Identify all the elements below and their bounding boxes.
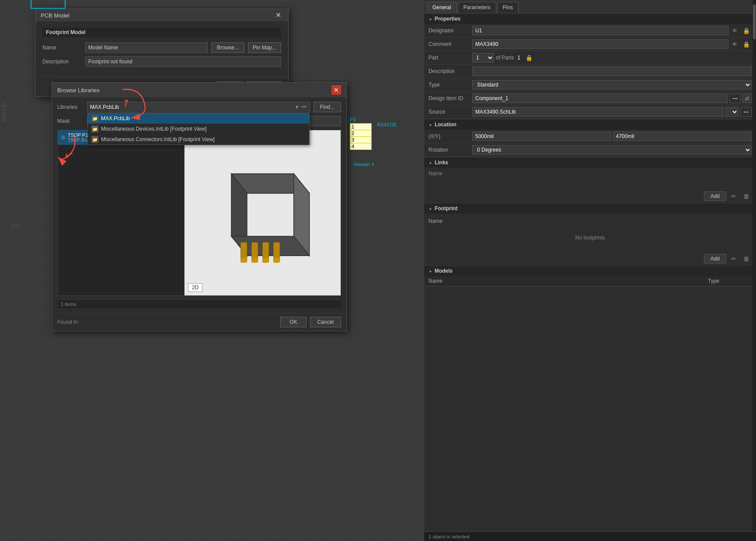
part-select[interactable]: 1 — [472, 53, 494, 62]
browse-mask-label: Mask — [57, 118, 84, 124]
pcb-model-close-btn[interactable]: ✕ — [274, 12, 283, 19]
pcb-model-pin-map-btn[interactable]: Pin Map... — [248, 42, 281, 53]
design-item-id-value: ••• ⇄ — [472, 94, 752, 103]
xy-value — [472, 132, 752, 141]
designator-eye-btn[interactable]: 👁 — [730, 27, 739, 35]
browse-library-item-conn-label: Miscellaneous Connectors.IntLib [Footpri… — [101, 136, 215, 142]
xy-label: (X/Y) — [429, 133, 472, 139]
pcb-model-name-input[interactable] — [85, 42, 208, 53]
source-input[interactable] — [472, 107, 724, 117]
models-section: Models Name Type — [424, 266, 756, 287]
waibu-label: 外部3.3V — [1, 102, 8, 121]
comment-label: Comment — [429, 41, 472, 47]
rs422-label: RS422信 — [377, 121, 397, 128]
design-item-id-input[interactable] — [472, 94, 728, 103]
browse-left-list: ⊞ TSOP P127P600X150-MAX.PcbLib TSOP, 8-L… — [57, 130, 184, 296]
designator-input[interactable] — [472, 26, 728, 35]
tab-general[interactable]: General — [427, 2, 457, 13]
browse-footer: Found in: OK Cancel — [52, 313, 346, 331]
properties-section: Properties Designator 👁 🔒 Comment 👁 🔒 — [424, 14, 756, 119]
rotation-value: 0 Degrees — [472, 145, 752, 155]
x-input[interactable] — [472, 132, 611, 141]
browse-library-icons: ▼ ••• — [294, 104, 307, 110]
rotation-row: Rotation 0 Degrees — [424, 143, 756, 157]
comment-input[interactable] — [472, 39, 728, 49]
type-select[interactable]: Standard — [472, 80, 752, 90]
comment-lock-btn[interactable]: 🔒 — [741, 40, 752, 49]
lib-icon-3: 📁 — [91, 136, 98, 143]
browse-library-item-max[interactable]: 📁 MAX.PcbLib — [88, 113, 309, 124]
footprint-add-btn[interactable]: Add — [704, 254, 726, 264]
p3-pin-1: 1 — [350, 124, 371, 130]
designator-row: Designator 👁 🔒 — [424, 24, 756, 38]
browse-libraries-close-btn[interactable]: ✕ — [331, 85, 341, 95]
y-input[interactable] — [613, 132, 752, 141]
browse-libraries-title-bar[interactable]: Browse Libraries ✕ — [52, 83, 346, 97]
description-input[interactable] — [472, 66, 752, 76]
right-panel: General Parameters Pins Properties Desig… — [424, 0, 756, 541]
location-section: Location (X/Y) Rotation 0 Degrees — [424, 119, 756, 157]
status-text: 1 object is selected — [429, 534, 470, 539]
p3-pin-2: 2 — [350, 130, 371, 137]
part-lock-btn[interactable]: 🔒 — [524, 54, 534, 62]
pcb-model-title-bar[interactable]: PCB Model ✕ — [35, 9, 288, 21]
p3-pin-3: 3 — [350, 137, 371, 143]
tab-pins[interactable]: Pins — [497, 2, 519, 13]
panel-tabs: General Parameters Pins — [424, 0, 756, 14]
type-row: Type Standard — [424, 78, 756, 92]
browse-cancel-btn[interactable]: Cancel — [310, 317, 341, 327]
pcb-model-name-label: Name — [42, 45, 82, 51]
browse-libraries-dropdown[interactable]: MAX.PcbLib ▼ ••• 📁 MAX.PcbLib 📁 Mis — [87, 102, 310, 112]
location-section-header: Location — [424, 119, 756, 130]
p3-box: 1 2 3 4 — [350, 123, 372, 150]
p3-component[interactable]: P3 1 2 3 4 — [350, 117, 372, 150]
links-add-btn[interactable]: Add — [704, 191, 726, 201]
links-edit-btn[interactable]: ✏ — [729, 191, 739, 201]
browse-items-count: 1 items — [57, 299, 341, 309]
panel-scrollbar-thumb — [753, 4, 756, 39]
footprint-name-area: Name No footprints — [424, 214, 756, 252]
pcb-model-body: Footprint Model Name Browse... Pin Map..… — [35, 21, 288, 76]
footprint-section-header: Footprint — [424, 203, 756, 214]
design-item-id-arrows: ⇄ — [742, 94, 752, 103]
of-parts-label: of Parts — [496, 55, 514, 61]
part-label: Part — [429, 55, 472, 61]
description-value — [472, 66, 752, 76]
pcb-model-browse-btn[interactable]: Browse... — [211, 42, 244, 53]
source-lib-select[interactable] — [725, 107, 739, 117]
design-item-id-arrow-btn[interactable]: ⇄ — [742, 94, 752, 103]
design-item-id-row: Design Item ID ••• ⇄ — [424, 92, 756, 105]
footprint-name-label: Name — [429, 216, 752, 226]
models-col-name-header: Name — [429, 278, 708, 284]
footprint-edit-btn[interactable]: ✏ — [729, 254, 739, 264]
designator-value: 👁 🔒 — [472, 26, 752, 35]
browse-libraries-row: Libraries MAX.PcbLib ▼ ••• 📁 MAX.PcbLib — [57, 102, 341, 112]
browse-ok-btn[interactable]: OK — [280, 317, 306, 327]
description-row: Description — [424, 65, 756, 78]
panel-scrollbar[interactable] — [753, 0, 756, 541]
canvas-area: TTL 外部3.3V P3 1 2 3 4 RS422信 Header 4 PC… — [0, 0, 424, 541]
browse-find-btn[interactable]: Find... — [314, 102, 341, 112]
browse-library-item-misc-devices[interactable]: 📁 Miscellaneous Devices.IntLib [Footprin… — [88, 124, 309, 134]
browse-library-item-misc-conn[interactable]: 📁 Miscellaneous Connectors.IntLib [Footp… — [88, 134, 309, 145]
status-bar: 1 object is selected — [424, 531, 756, 541]
browse-2d-view-btn[interactable]: 2D — [188, 283, 202, 292]
source-ellipsis-btn[interactable]: ••• — [740, 107, 752, 117]
rotation-select[interactable]: 0 Degrees — [472, 145, 752, 155]
comment-eye-btn[interactable]: 👁 — [730, 40, 739, 49]
pcb-model-desc-input[interactable] — [85, 56, 281, 67]
design-item-id-ellipsis-btn[interactable]: ••• — [729, 94, 741, 103]
models-col-type-header: Type — [708, 278, 752, 284]
p3-pin-4: 4 — [350, 143, 371, 149]
designator-lock-btn[interactable]: 🔒 — [741, 27, 752, 35]
svg-rect-9 — [252, 258, 258, 263]
ic-3d-preview — [185, 130, 341, 295]
tab-parameters[interactable]: Parameters — [458, 2, 496, 13]
links-name-area: Name — [424, 168, 756, 190]
svg-rect-11 — [273, 258, 279, 263]
pcb-model-desc-label: Description — [42, 59, 82, 65]
links-delete-btn[interactable]: 🗑 — [741, 191, 752, 201]
footprint-delete-btn[interactable]: 🗑 — [741, 254, 752, 264]
part-row: Part 1 of Parts 1 🔒 — [424, 51, 756, 65]
no-footprints-label: No footprints — [429, 226, 752, 250]
